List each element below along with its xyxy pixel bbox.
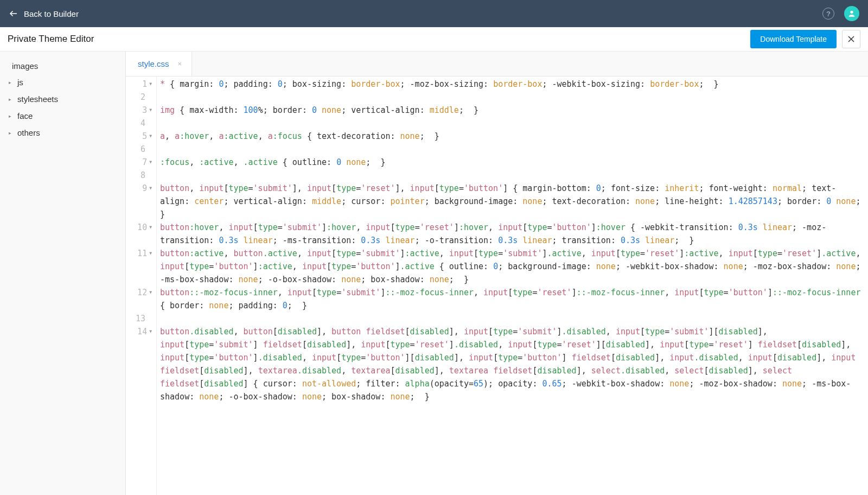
code-line[interactable]: button.disabled, button[disabled], butto… <box>160 325 865 403</box>
line-gutter: 1▼23▼45▼67▼89▼10▼11▼12▼1314▼ <box>126 77 157 495</box>
editor-area: style.css × 1▼23▼45▼67▼89▼10▼11▼12▼1314▼… <box>126 52 868 495</box>
gutter-line: 9▼ <box>126 182 152 221</box>
file-tree-sidebar: images ▸js▸stylesheets▸face▸others <box>0 52 126 495</box>
code-line[interactable]: button::-moz-focus-inner, input[type='su… <box>160 286 865 312</box>
code-line[interactable] <box>160 91 865 104</box>
fold-icon[interactable]: ▼ <box>149 221 152 234</box>
sidebar-item-others[interactable]: ▸others <box>0 124 125 141</box>
code-line[interactable]: * { margin: 0; padding: 0; box-sizing: b… <box>160 78 865 91</box>
sub-header-actions: Download Template <box>750 30 860 48</box>
code-line[interactable]: button:active, button.active, input[type… <box>160 247 865 286</box>
download-template-button[interactable]: Download Template <box>750 30 837 48</box>
tab-bar: style.css × <box>126 52 868 77</box>
page-title: Private Theme Editor <box>8 34 94 45</box>
gutter-line: 3▼ <box>126 104 152 117</box>
chevron-right-icon: ▸ <box>9 113 14 119</box>
sidebar-item-stylesheets[interactable]: ▸stylesheets <box>0 91 125 107</box>
code-line[interactable] <box>160 312 865 325</box>
gutter-line: 5▼ <box>126 130 152 143</box>
fold-icon[interactable]: ▼ <box>149 286 152 299</box>
close-icon <box>848 36 854 42</box>
gutter-line: 2 <box>126 91 152 104</box>
help-icon[interactable]: ? <box>822 8 834 20</box>
fold-icon[interactable]: ▼ <box>149 104 152 117</box>
chevron-right-icon: ▸ <box>9 80 14 85</box>
code-line[interactable]: :focus, :active, .active { outline: 0 no… <box>160 156 865 169</box>
avatar[interactable] <box>844 6 859 21</box>
sidebar-item-images[interactable]: images <box>0 58 125 74</box>
tab-label: style.css <box>138 59 169 68</box>
sidebar-item-face[interactable]: ▸face <box>0 107 125 124</box>
code-editor[interactable]: 1▼23▼45▼67▼89▼10▼11▼12▼1314▼ * { margin:… <box>126 77 868 495</box>
back-label: Back to Builder <box>24 9 79 18</box>
close-button[interactable] <box>842 30 860 48</box>
code-line[interactable] <box>160 169 865 182</box>
fold-icon[interactable]: ▼ <box>149 325 152 338</box>
main: images ▸js▸stylesheets▸face▸others style… <box>0 52 868 495</box>
gutter-line: 4 <box>126 117 152 130</box>
code-line[interactable]: button:hover, input[type='submit']:hover… <box>160 221 865 247</box>
fold-icon[interactable]: ▼ <box>149 130 152 143</box>
code-line[interactable] <box>160 117 865 130</box>
code-line[interactable] <box>160 143 865 156</box>
gutter-line: 1▼ <box>126 78 152 91</box>
fold-icon[interactable]: ▼ <box>149 247 152 260</box>
code-line[interactable]: button, input[type='submit'], input[type… <box>160 182 865 221</box>
back-to-builder-link[interactable]: Back to Builder <box>9 9 79 18</box>
arrow-left-icon <box>9 9 18 18</box>
gutter-line: 12▼ <box>126 286 152 312</box>
svg-point-1 <box>850 11 853 14</box>
chevron-right-icon: ▸ <box>9 130 14 136</box>
sub-header: Private Theme Editor Download Template <box>0 27 868 52</box>
gutter-line: 14▼ <box>126 325 152 403</box>
tab-close-icon[interactable]: × <box>178 60 182 68</box>
gutter-line: 7▼ <box>126 156 152 169</box>
gutter-line: 10▼ <box>126 221 152 247</box>
code-line[interactable]: img { max-width: 100%; border: 0 none; v… <box>160 104 865 117</box>
fold-icon[interactable]: ▼ <box>149 156 152 169</box>
fold-icon[interactable]: ▼ <box>149 78 152 91</box>
gutter-line: 8 <box>126 169 152 182</box>
fold-icon[interactable]: ▼ <box>149 182 152 195</box>
code-line[interactable]: a, a:hover, a:active, a:focus { text-dec… <box>160 130 865 143</box>
gutter-line: 6 <box>126 143 152 156</box>
chevron-right-icon: ▸ <box>9 97 14 102</box>
code-content[interactable]: * { margin: 0; padding: 0; box-sizing: b… <box>157 77 868 495</box>
tab-stylecss[interactable]: style.css × <box>126 52 192 76</box>
top-bar: Back to Builder ? <box>0 0 868 27</box>
top-right: ? <box>822 6 859 21</box>
gutter-line: 11▼ <box>126 247 152 286</box>
gutter-line: 13 <box>126 312 152 325</box>
sidebar-item-js[interactable]: ▸js <box>0 74 125 91</box>
